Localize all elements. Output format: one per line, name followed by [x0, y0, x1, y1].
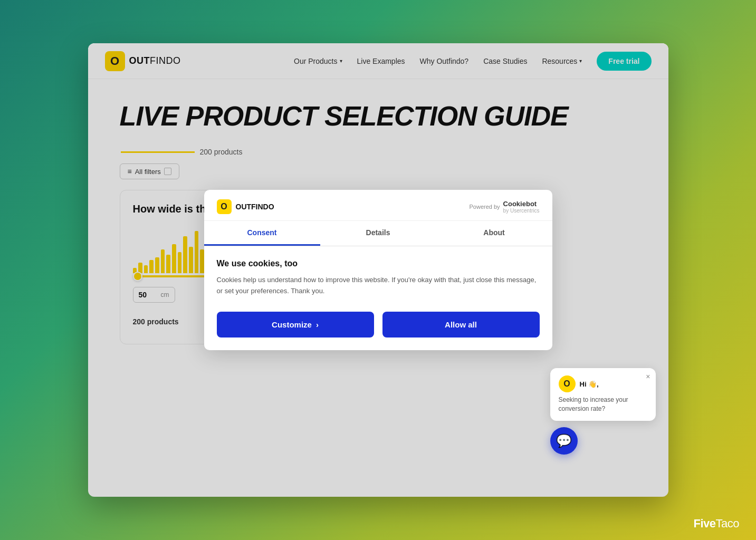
allow-all-button[interactable]: Allow all — [382, 312, 540, 338]
cookie-logo-text: OUTFINDO — [236, 202, 274, 211]
chat-avatar: O — [559, 375, 576, 392]
cookie-tab-consent[interactable]: Consent — [204, 221, 320, 246]
cookie-logo-icon: O — [217, 199, 232, 214]
cookie-tab-details[interactable]: Details — [320, 221, 436, 246]
cookiebot-brand-name: Cookiebot — [503, 200, 537, 208]
chat-greeting: Hi 👋, — [580, 380, 599, 388]
cookie-tabs: Consent Details About — [204, 221, 552, 246]
cookie-description: Cookies help us understand how to improv… — [217, 275, 540, 297]
cookie-buttons: Customize › Allow all — [217, 312, 540, 338]
cookie-modal-header: O OUTFINDO Powered by Cookiebot by Userc… — [204, 190, 552, 221]
chat-close-button[interactable]: × — [646, 372, 650, 381]
chat-widget: × O Hi 👋, Seeking to increase your conve… — [550, 368, 656, 455]
cookie-modal: O OUTFINDO Powered by Cookiebot by Userc… — [204, 190, 552, 350]
cookie-logo: O OUTFINDO — [217, 199, 274, 214]
cookie-title: We use cookies, too — [217, 259, 540, 268]
cookie-modal-content: We use cookies, too Cookies help us unde… — [204, 246, 552, 350]
fivetaco-watermark: FiveTaco — [693, 517, 739, 531]
cookiebot-branding: Powered by Cookiebot by Usercentrics — [470, 200, 540, 214]
arrow-right-icon-customize: › — [316, 320, 319, 329]
chat-avatar-row: O Hi 👋, — [559, 375, 647, 392]
chat-message: Seeking to increase your conversion rate… — [559, 396, 647, 413]
cookiebot-sub: by Usercentrics — [503, 208, 540, 214]
chat-icon: 💬 — [556, 433, 572, 448]
chat-bubble: × O Hi 👋, Seeking to increase your conve… — [550, 368, 656, 421]
chat-open-button[interactable]: 💬 — [550, 427, 578, 455]
customize-button[interactable]: Customize › — [217, 312, 374, 338]
cookie-tab-about[interactable]: About — [436, 221, 552, 246]
browser-window: O OUTFINDO Our Products ▾ Live Examples … — [88, 43, 668, 497]
